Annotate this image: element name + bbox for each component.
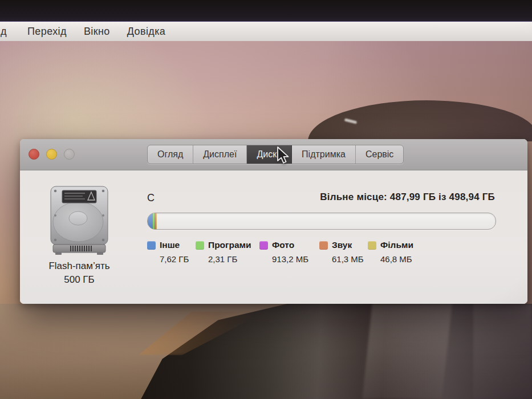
- legend-color-swatch: [319, 241, 328, 250]
- storage-usage-bar: [147, 213, 496, 230]
- menu-item-help[interactable]: Довідка: [119, 26, 174, 38]
- close-button[interactable]: [29, 149, 39, 160]
- legend-label: Фото: [272, 240, 294, 250]
- storage-panel: Flash-пам’ять 500 ГБ C Вільне місце: 487…: [20, 170, 527, 304]
- menu-item-window[interactable]: Вікно: [75, 26, 119, 38]
- legend-item: Фото913,2 МБ: [259, 240, 308, 264]
- about-this-mac-window: ОглядДисплеїДискиПідтримкаСервіс: [20, 139, 527, 304]
- wallpaper-sunlit-ridge: [139, 311, 266, 355]
- legend-item: Інше7,62 ГБ: [147, 240, 189, 264]
- wallpaper-rock-highlight: [362, 304, 452, 399]
- free-space-text: Вільне місце: 487,99 ГБ із 498,94 ГБ: [320, 192, 495, 203]
- wallpaper-rock-highlight: [473, 304, 532, 399]
- legend-value: 7,62 ГБ: [160, 254, 189, 264]
- legend-label: Інше: [160, 240, 180, 250]
- disk-device-capacity: 500 ГБ: [25, 273, 134, 287]
- minimize-button[interactable]: [46, 149, 57, 160]
- screen-bezel: [0, 0, 532, 21]
- tab-service[interactable]: Сервіс: [356, 145, 403, 164]
- legend-label: Фільми: [380, 240, 413, 250]
- wallpaper-valley: [0, 304, 532, 399]
- tab-overview[interactable]: Огляд: [148, 145, 193, 164]
- screen: д ПерехідВікноДовідка ОглядДисплеїДискиП…: [0, 0, 532, 399]
- legend-value: 46,8 МБ: [380, 254, 413, 264]
- tab-support[interactable]: Підтримка: [292, 145, 356, 164]
- legend-color-swatch: [259, 241, 268, 250]
- legend-item: Програми2,31 ГБ: [196, 240, 251, 264]
- legend-color-swatch: [368, 241, 376, 250]
- menu-item-go[interactable]: Перехід: [19, 26, 75, 38]
- legend-item: Фільми46,8 МБ: [368, 240, 413, 264]
- storage-legend: Інше7,62 ГБПрограми2,31 ГБФото913,2 МБЗв…: [20, 240, 527, 272]
- legend-label: Звук: [332, 240, 352, 250]
- legend-color-swatch: [147, 241, 156, 250]
- menu-bar: д ПерехідВікноДовідка: [0, 21, 532, 42]
- window-toolbar[interactable]: ОглядДисплеїДискиПідтримкаСервіс: [20, 139, 527, 170]
- legend-value: 913,2 МБ: [272, 254, 308, 264]
- volume-name: C: [147, 192, 155, 204]
- menu-item-clipped[interactable]: д: [0, 26, 11, 38]
- legend-color-swatch: [196, 241, 204, 250]
- mouse-cursor-icon: [276, 146, 290, 166]
- zoom-button[interactable]: [64, 149, 75, 160]
- tab-displays[interactable]: Дисплеї: [193, 145, 247, 164]
- legend-value: 61,3 МБ: [332, 254, 364, 264]
- usage-bar-segment: [148, 213, 153, 229]
- wallpaper-rock-face: [0, 304, 532, 399]
- legend-item: Звук61,3 МБ: [319, 240, 364, 264]
- legend-label: Програми: [208, 240, 251, 250]
- menu-bar-items: ПерехідВікноДовідка: [11, 26, 174, 38]
- usage-bar-segment: [156, 213, 157, 229]
- legend-value: 2,31 ГБ: [208, 254, 251, 264]
- wallpaper-halfdome-peak: [308, 100, 532, 141]
